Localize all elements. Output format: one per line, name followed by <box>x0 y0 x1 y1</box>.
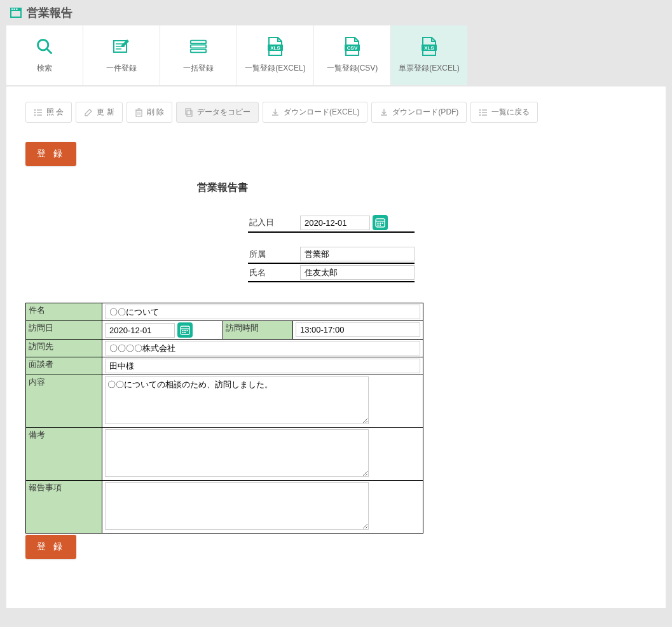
svg-text:XLS: XLS <box>270 45 280 51</box>
tab-single-register[interactable]: 一件登録 <box>83 25 160 85</box>
register-button-bottom[interactable]: 登 録 <box>25 535 76 559</box>
content-textarea[interactable] <box>105 376 369 424</box>
content-label: 内容 <box>26 375 102 428</box>
visit-date-label: 訪問日 <box>26 321 102 340</box>
svg-point-24 <box>34 114 36 115</box>
svg-text:CSV: CSV <box>347 45 358 51</box>
subject-label: 件名 <box>26 303 102 321</box>
svg-rect-4 <box>16 9 18 10</box>
button-label: 削 除 <box>147 107 164 118</box>
table-row: 件名 <box>26 303 423 321</box>
download-icon <box>271 108 280 117</box>
list-icon <box>34 108 43 117</box>
inquiry-button[interactable]: 照 会 <box>25 102 72 123</box>
main-form-table: 件名 訪問日 訪問時間 訪問先 <box>25 303 423 534</box>
csv-file-icon: CSV <box>343 38 361 55</box>
page-header: 営業報告 <box>0 0 672 25</box>
svg-rect-11 <box>191 40 206 43</box>
button-label: 一覧に戻る <box>491 107 530 118</box>
tab-label: 一括登録 <box>183 63 214 74</box>
button-label: 登 録 <box>37 541 65 551</box>
svg-rect-2 <box>11 9 13 10</box>
entry-date-input[interactable] <box>300 216 370 230</box>
svg-rect-42 <box>380 223 381 224</box>
visit-to-label: 訪問先 <box>26 340 102 357</box>
svg-point-37 <box>479 114 481 115</box>
visit-to-input[interactable] <box>105 341 420 355</box>
svg-point-22 <box>34 111 36 113</box>
window-icon <box>10 8 22 18</box>
table-row: 訪問日 訪問時間 <box>26 321 423 340</box>
name-input[interactable] <box>300 265 415 280</box>
interviewee-label: 面談者 <box>26 357 102 375</box>
tab-list-csv[interactable]: CSV 一覧登録(CSV) <box>314 25 390 85</box>
remarks-textarea[interactable] <box>105 429 369 477</box>
svg-rect-52 <box>184 332 186 333</box>
svg-rect-48 <box>182 330 184 331</box>
tab-search[interactable]: 検索 <box>6 25 83 85</box>
xls-file-icon: XLS <box>266 38 284 55</box>
edit-icon <box>113 38 130 55</box>
svg-text:XLS: XLS <box>424 45 434 51</box>
table-row: 訪問先 <box>26 340 423 357</box>
tab-form-excel[interactable]: XLS 単票登録(EXCEL) <box>391 25 467 85</box>
search-icon <box>36 38 53 55</box>
visit-date-input[interactable] <box>105 323 175 338</box>
svg-point-33 <box>479 109 481 110</box>
register-button-top[interactable]: 登 録 <box>25 142 76 166</box>
content-panel: 照 会 更 新 削 除 データをコピー ダウンロード(EXCEL) ダウンロード… <box>6 86 666 608</box>
dept-input[interactable] <box>300 247 415 261</box>
toolbar: 照 会 更 新 削 除 データをコピー ダウンロード(EXCEL) ダウンロード… <box>25 102 647 123</box>
table-row: 面談者 <box>26 357 423 375</box>
table-row: 内容 <box>26 375 423 428</box>
button-label: ダウンロード(PDF) <box>392 107 458 118</box>
svg-rect-1 <box>11 11 20 17</box>
report-label: 報告事項 <box>26 481 102 534</box>
form-area: 営業報告書 記入日 所属 氏名 <box>25 181 647 559</box>
table-row: 報告事項 <box>26 481 423 534</box>
trash-icon <box>135 108 143 117</box>
copy-data-button[interactable]: データをコピー <box>176 102 259 123</box>
calendar-icon[interactable] <box>373 215 388 230</box>
meta-block: 記入日 所属 氏名 <box>248 214 415 282</box>
svg-line-6 <box>47 48 51 53</box>
table-row: 備考 <box>26 428 423 481</box>
calendar-icon[interactable] <box>177 322 193 338</box>
xls-file-icon: XLS <box>420 38 438 55</box>
tab-label: 検索 <box>37 63 52 74</box>
remarks-label: 備考 <box>26 428 102 481</box>
button-label: 照 会 <box>46 107 64 118</box>
back-to-list-button[interactable]: 一覧に戻る <box>470 102 538 123</box>
svg-point-35 <box>479 111 481 113</box>
form-title: 営業報告書 <box>25 181 420 195</box>
svg-rect-31 <box>187 111 192 116</box>
svg-rect-50 <box>187 330 188 331</box>
pencil-icon <box>84 108 93 117</box>
download-excel-button[interactable]: ダウンロード(EXCEL) <box>263 102 367 123</box>
update-button[interactable]: 更 新 <box>76 102 122 123</box>
button-label: 登 録 <box>37 148 65 158</box>
download-pdf-button[interactable]: ダウンロード(PDF) <box>371 102 467 123</box>
svg-rect-13 <box>191 49 206 52</box>
visit-time-input[interactable] <box>296 322 420 337</box>
tab-label: 単票登録(EXCEL) <box>399 63 459 74</box>
tab-label: 一覧登録(EXCEL) <box>245 63 305 74</box>
dept-label: 所属 <box>248 246 300 263</box>
svg-rect-49 <box>184 330 186 331</box>
copy-icon <box>184 108 193 117</box>
subject-input[interactable] <box>105 305 420 319</box>
tab-list-excel[interactable]: XLS 一覧登録(EXCEL) <box>237 25 313 85</box>
stack-icon <box>189 38 207 55</box>
interviewee-input[interactable] <box>105 359 420 373</box>
report-textarea[interactable] <box>105 482 369 530</box>
tab-bulk-register[interactable]: 一括登録 <box>160 25 237 85</box>
button-label: ダウンロード(EXCEL) <box>284 107 359 118</box>
delete-button[interactable]: 削 除 <box>127 102 172 123</box>
svg-rect-45 <box>380 224 381 226</box>
svg-point-20 <box>34 109 36 110</box>
name-label: 氏名 <box>248 265 300 281</box>
svg-rect-3 <box>14 9 16 10</box>
svg-rect-43 <box>382 223 383 224</box>
download-icon <box>380 108 388 117</box>
tab-label: 一件登録 <box>106 63 137 74</box>
